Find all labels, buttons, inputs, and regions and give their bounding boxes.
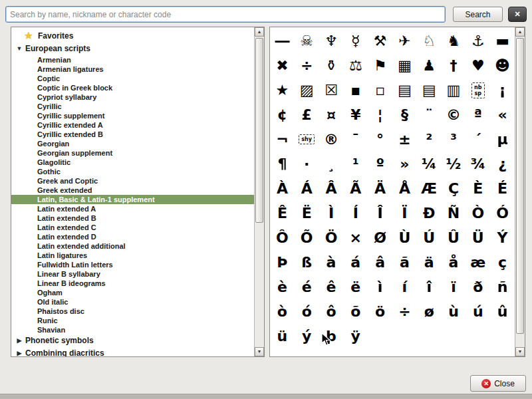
character-cell[interactable]: ⚑ (368, 53, 392, 78)
character-cell[interactable]: nb sp (466, 78, 490, 102)
character-cell[interactable]: ® (319, 127, 344, 152)
character-cell[interactable]: ë (343, 275, 368, 299)
character-cell[interactable]: Ó (490, 201, 515, 225)
character-cell[interactable]: Î (368, 201, 392, 225)
character-cell[interactable]: ⚱ (319, 53, 344, 78)
character-cell[interactable]: ▪ (343, 78, 368, 102)
character-cell[interactable]: ✈ (392, 29, 417, 53)
character-cell[interactable]: Â (319, 176, 344, 201)
tree-item-armenian-ligatures[interactable]: Armenian ligatures (11, 65, 254, 74)
tree-item-phaistos-disc[interactable]: Phaistos disc (11, 307, 254, 316)
tree-item-latin-extended-c[interactable]: Latin extended C (11, 223, 254, 232)
character-cell[interactable]: ¦ (368, 102, 392, 127)
character-cell[interactable]: ù (442, 299, 466, 324)
character-cell[interactable]: Û (442, 225, 466, 250)
tree-item-greek-extended[interactable]: Greek extended (11, 186, 254, 195)
character-cell[interactable]: É (490, 176, 515, 201)
search-input[interactable] (5, 6, 446, 23)
character-cell[interactable]: ¿ (490, 152, 515, 176)
character-cell[interactable]: ± (392, 127, 417, 152)
character-cell[interactable]: ♟ (417, 53, 442, 78)
scroll-down-icon[interactable]: ▼ (515, 347, 525, 356)
character-cell[interactable]: Ú (417, 225, 442, 250)
character-cell[interactable]: û (490, 299, 515, 324)
tree-item-coptic[interactable]: Coptic (11, 74, 254, 83)
character-cell[interactable]: µ (490, 127, 515, 152)
character-cell[interactable]: ê (319, 275, 344, 299)
character-cell[interactable]: ß (295, 250, 319, 275)
tree-item-latin-basic-latin-1-supplement[interactable]: Latin, Basic & Latin-1 supplement (11, 195, 254, 204)
character-cell[interactable]: ¥ (343, 102, 368, 127)
character-cell[interactable]: ô (319, 299, 344, 324)
sidebar-scrollbar-thumb[interactable] (255, 38, 263, 223)
tree-item-runic[interactable]: Runic (11, 316, 254, 325)
character-cell[interactable]: Ç (442, 176, 466, 201)
character-cell[interactable]: ― (270, 29, 295, 53)
character-cell[interactable]: ▥ (442, 78, 466, 102)
character-cell[interactable]: ° (368, 127, 392, 152)
character-cell[interactable]: ì (368, 275, 392, 299)
character-cell[interactable]: ç (490, 250, 515, 275)
character-cell[interactable]: Ñ (442, 201, 466, 225)
tree-item-ogham[interactable]: Ogham (11, 288, 254, 297)
character-cell[interactable]: Ä (368, 176, 392, 201)
character-cell[interactable]: § (392, 102, 417, 127)
character-cell[interactable]: á (343, 250, 368, 275)
character-cell[interactable]: ▦ (392, 53, 417, 78)
tree-item-cyrillic-extended-b[interactable]: Cyrillic extended B (11, 130, 254, 139)
character-cell[interactable]: · (295, 152, 319, 176)
character-cell[interactable]: ÷ (392, 299, 417, 324)
character-cell[interactable]: ½ (442, 152, 466, 176)
character-cell[interactable]: shy (295, 127, 319, 152)
character-cell[interactable]: ¾ (466, 152, 490, 176)
character-cell[interactable]: Ê (270, 201, 295, 225)
character-cell[interactable]: ü (270, 324, 295, 348)
character-cell[interactable]: È (466, 176, 490, 201)
tree-item-greek-and-coptic[interactable]: Greek and Coptic (11, 176, 254, 186)
character-cell[interactable]: ✖ (270, 53, 295, 78)
character-cell[interactable]: ▤ (392, 78, 417, 102)
character-cell[interactable]: ▫ (368, 78, 392, 102)
character-cell[interactable]: õ (343, 299, 368, 324)
character-cell[interactable]: ♆ (319, 29, 344, 53)
character-cell[interactable]: Í (343, 201, 368, 225)
character-cell[interactable]: ª (466, 102, 490, 127)
character-cell[interactable]: ö (368, 299, 392, 324)
tree-item-latin-extended-additional[interactable]: Latin extended additional (11, 241, 254, 251)
character-cell[interactable]: ¤ (319, 102, 344, 127)
character-cell[interactable]: Ì (319, 201, 344, 225)
tree-item-latin-extended-b[interactable]: Latin extended B (11, 213, 254, 223)
character-cell[interactable]: ▨ (295, 78, 319, 102)
character-cell[interactable]: ð (466, 275, 490, 299)
character-cell[interactable]: Õ (295, 225, 319, 250)
tree-item-combining-diacritics[interactable]: ▶Combining diacritics (11, 347, 254, 356)
character-cell[interactable]: Ô (270, 225, 295, 250)
character-cell[interactable] (392, 324, 417, 348)
tree-item-old-italic[interactable]: Old italic (11, 297, 254, 307)
character-cell[interactable]: þ (319, 324, 344, 348)
character-cell[interactable]: ã (392, 250, 417, 275)
character-cell[interactable]: ø (417, 299, 442, 324)
tree-item-gothic[interactable]: Gothic (11, 167, 254, 176)
character-cell[interactable]: Æ (417, 176, 442, 201)
character-cell[interactable]: « (490, 102, 515, 127)
tree-item-latin-extended-d[interactable]: Latin extended D (11, 232, 254, 241)
tree-item-latin-ligatures[interactable]: Latin ligatures (11, 251, 254, 260)
character-cell[interactable]: £ (295, 102, 319, 127)
character-cell[interactable]: À (270, 176, 295, 201)
character-cell[interactable]: í (392, 275, 417, 299)
character-cell[interactable] (442, 324, 466, 348)
character-cell[interactable]: Ò (466, 201, 490, 225)
tree-item-cyrillic-extended-a[interactable]: Cyrillic extended A (11, 120, 254, 130)
character-cell[interactable]: † (442, 53, 466, 78)
character-cell[interactable]: Ý (490, 225, 515, 250)
window-close-button[interactable]: ✕ (508, 7, 527, 22)
search-button[interactable]: Search (453, 7, 503, 22)
tree-item-armenian[interactable]: Armenian (11, 55, 254, 65)
tree-item-georgian-supplement[interactable]: Georgian supplement (11, 148, 254, 158)
character-cell[interactable]: Ü (466, 225, 490, 250)
character-cell[interactable]: ⚓ (466, 29, 490, 53)
tree-item-georgian[interactable]: Georgian (11, 139, 254, 148)
scroll-down-icon[interactable]: ▼ (255, 347, 264, 356)
tree-item-latin-extended-a[interactable]: Latin extended A (11, 204, 254, 213)
